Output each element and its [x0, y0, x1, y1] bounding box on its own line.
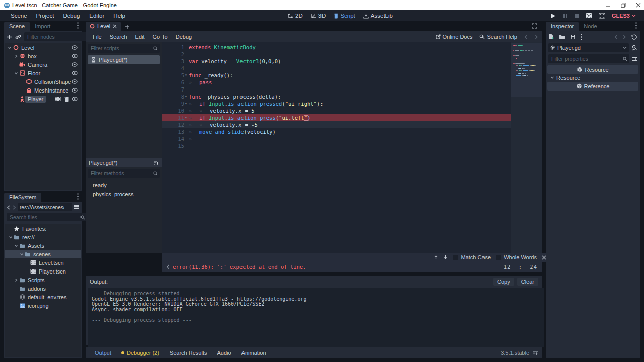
output-console[interactable]: --- Debugging process started ---Godot E… — [88, 288, 544, 347]
play-button[interactable] — [550, 13, 556, 19]
new-resource-icon[interactable] — [548, 34, 554, 40]
resource-options-icon[interactable] — [581, 34, 582, 40]
workspace-tab-script[interactable]: Script — [331, 12, 358, 20]
script-menu-go-to[interactable]: Go To — [149, 32, 172, 41]
code-line-12[interactable]: 12»»velocity.x = -5 — [162, 121, 511, 128]
fold-arrow-icon[interactable]: ▾ — [185, 93, 187, 100]
code-line-14[interactable]: 14» — [162, 135, 511, 142]
fold-arrow-icon[interactable]: ▾ — [185, 72, 187, 79]
script-menu-edit[interactable]: Edit — [131, 32, 149, 41]
inspector-back-icon[interactable] — [614, 35, 618, 39]
expand-arrow-icon[interactable] — [14, 244, 19, 248]
fs-item-player.tscn[interactable]: Player.tscn — [5, 267, 81, 276]
expand-arrow-icon[interactable] — [8, 235, 13, 239]
edited-resource-dropdown[interactable]: Player.gd — [548, 43, 629, 52]
method-item-_physics_process[interactable]: _physics_process — [89, 190, 159, 199]
add-node-button[interactable] — [7, 34, 12, 40]
property-tools-icon[interactable] — [632, 56, 637, 62]
close-scene-tab-icon[interactable] — [113, 24, 117, 28]
fs-breadcrumb[interactable]: res://Assets/scenes/ — [18, 203, 72, 211]
bottom-tab-search-results[interactable]: Search Results — [165, 348, 212, 358]
restore-button[interactable] — [621, 3, 626, 8]
tab-node[interactable]: Node — [579, 22, 602, 31]
tab-inspector[interactable]: Inspector — [546, 22, 579, 31]
inspector-category-reference[interactable]: Reference — [547, 82, 638, 90]
menu-help[interactable]: Help — [109, 11, 130, 20]
fold-arrow-icon[interactable]: ▾ — [185, 100, 187, 107]
fs-item-scripts[interactable]: Scripts — [5, 276, 81, 284]
fs-forward-icon[interactable] — [12, 205, 16, 210]
code-line-4[interactable]: 4 — [162, 65, 511, 72]
bottom-tab-output[interactable]: Output — [90, 348, 116, 358]
dock-options-icon[interactable] — [635, 22, 637, 29]
fs-item-res-[interactable]: res:// — [5, 233, 81, 241]
workspace-tab-assetlib[interactable]: AssetLib — [360, 12, 396, 20]
code-line-10[interactable]: 10»»velocity.x = 5 — [162, 107, 511, 114]
play-scene-button[interactable] — [586, 13, 592, 19]
visibility-eye-icon[interactable] — [72, 62, 78, 67]
bottom-tab-audio[interactable]: Audio — [212, 348, 236, 358]
code-line-5[interactable]: 5▾func _ready(): — [162, 72, 511, 79]
method-item-_ready[interactable]: _ready — [89, 180, 159, 190]
filter-methods-field[interactable] — [88, 169, 160, 178]
fs-item-default-env.tres[interactable]: default_env.tres — [5, 293, 81, 301]
menu-editor[interactable]: Editor — [85, 11, 109, 20]
minimize-button[interactable] — [606, 3, 611, 8]
filter-properties-field[interactable] — [548, 54, 629, 63]
renderer-dropdown[interactable]: GLES3 — [612, 13, 636, 19]
filter-scripts-field[interactable] — [88, 44, 160, 53]
code-line-6[interactable]: 6»pass — [162, 79, 511, 86]
find-next-icon[interactable] — [443, 255, 448, 260]
menu-project[interactable]: Project — [32, 11, 59, 20]
fs-item-level.tscn[interactable]: Level.tscn — [5, 258, 81, 267]
code-minimap[interactable] — [511, 42, 542, 253]
visibility-eye-icon[interactable] — [72, 45, 78, 50]
tab-import[interactable]: Import — [30, 22, 55, 31]
script-history-forward-icon[interactable] — [535, 35, 538, 39]
fs-item-addons[interactable]: addons — [5, 284, 81, 293]
code-line-3[interactable]: 3var velocity = Vector3(0,0,0) — [162, 58, 511, 65]
distraction-free-icon[interactable] — [532, 23, 537, 29]
scene-tree-item-box[interactable]: box — [5, 52, 81, 60]
scene-tree-item-floor[interactable]: Floor — [5, 69, 81, 77]
fs-item-favorites-[interactable]: Favorites: — [5, 224, 81, 233]
fs-back-icon[interactable] — [7, 205, 11, 210]
workspace-tab-3d[interactable]: 3D — [308, 12, 329, 20]
open-script-item[interactable]: Player.gd(*) — [88, 55, 160, 64]
menu-scene[interactable]: Scene — [6, 11, 32, 20]
fs-split-mode-icon[interactable] — [74, 205, 79, 210]
add-scene-tab-button[interactable] — [125, 24, 130, 29]
dock-options-icon[interactable] — [77, 193, 79, 200]
code-line-9[interactable]: 9▾»if Input.is_action_pressed("ui_right"… — [162, 100, 511, 107]
load-resource-icon[interactable] — [559, 34, 565, 39]
play-custom-scene-button[interactable] — [599, 13, 605, 19]
expand-arrow-icon[interactable] — [19, 252, 24, 256]
visibility-eye-icon[interactable] — [72, 54, 78, 58]
online-docs-link[interactable]: Online Docs — [436, 34, 473, 40]
search-files-field[interactable] — [7, 213, 87, 221]
tab-scene[interactable]: Scene — [4, 22, 30, 31]
movie-icon[interactable] — [55, 96, 61, 102]
bottom-tab-animation[interactable]: Animation — [236, 348, 271, 358]
update-alert-icon[interactable] — [532, 350, 538, 355]
workspace-tab-2d[interactable]: 2D — [285, 12, 306, 20]
code-line-2[interactable]: 2 — [162, 51, 511, 58]
inspector-history-icon[interactable] — [631, 34, 637, 40]
error-list-toggle-icon[interactable] — [166, 264, 170, 269]
expand-arrow-icon[interactable] — [14, 278, 19, 282]
whole-words-checkbox[interactable]: Whole Words — [496, 254, 537, 260]
copy-button[interactable]: Copy — [493, 278, 514, 286]
script-menu-debug[interactable]: Debug — [172, 32, 196, 41]
tab-filesystem[interactable]: FileSystem — [4, 193, 41, 202]
code-line-1[interactable]: 1extends KinematicBody — [162, 44, 511, 51]
scene-tree-item-level[interactable]: Level — [5, 43, 81, 52]
pause-button[interactable] — [562, 13, 568, 19]
dock-options-icon[interactable] — [77, 22, 79, 29]
scene-tree-item-camera[interactable]: Camera — [5, 60, 81, 69]
visibility-eye-icon[interactable] — [72, 88, 78, 93]
scene-tab-level[interactable]: Level — [86, 22, 121, 31]
code-line-11[interactable]: 11▾»if Input.is_action_press("ui.left") — [162, 114, 511, 121]
script-icon[interactable] — [64, 96, 69, 102]
methods-sort-icon[interactable] — [153, 160, 159, 165]
close-button[interactable] — [636, 3, 641, 8]
